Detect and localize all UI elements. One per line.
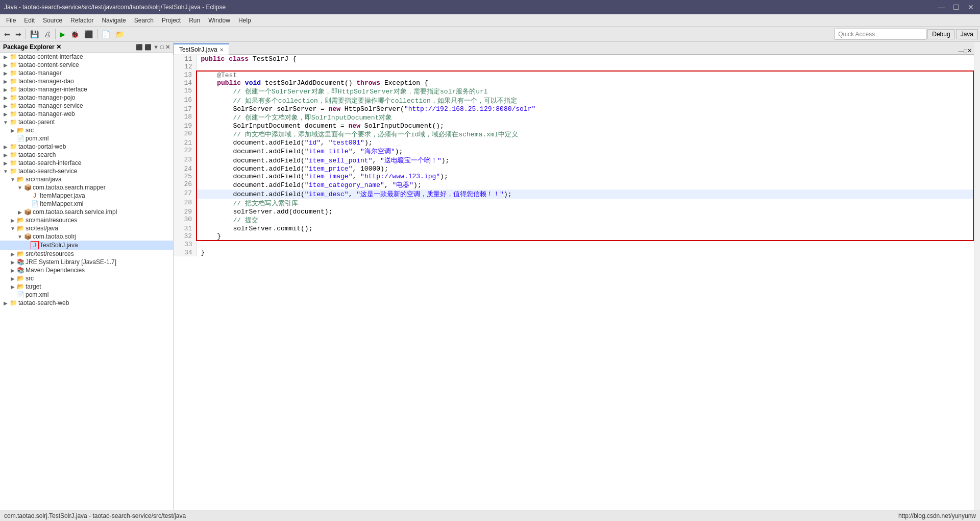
line-content-32[interactable]: }	[197, 232, 973, 241]
line-content-29[interactable]: solrServer.add(document);	[197, 208, 973, 216]
maximize-button[interactable]: ☐	[951, 3, 962, 11]
line-content-22[interactable]: document.addField("item_title", "海尔空调");	[197, 147, 973, 156]
line-content-23[interactable]: document.addField("item_sell_point", "送电…	[197, 156, 973, 165]
line-content-34[interactable]: }	[197, 249, 973, 256]
menu-refactor[interactable]: Refactor	[66, 16, 97, 25]
tree-item-com-taotao-search-service-impl[interactable]: ▶ 📦 com.taotao.search.service.impl	[0, 208, 173, 216]
menu-project[interactable]: Project	[158, 16, 185, 25]
editor-tab-testsolrj[interactable]: TestSolrJ.java ✕	[174, 43, 229, 55]
app-window: Java - taotao-search-service/src/test/ja…	[0, 0, 980, 521]
minimize-button[interactable]: —	[936, 3, 947, 11]
toolbar-print[interactable]: 🖨	[42, 28, 53, 40]
toolbar-debug[interactable]: 🐞	[68, 28, 81, 40]
project-icon: 📁	[9, 69, 17, 77]
tree-item-src-test-resources[interactable]: ▶ 📂 src/test/resources	[0, 250, 173, 258]
menu-source[interactable]: Source	[39, 16, 66, 25]
arrow-icon: ▶	[9, 251, 16, 257]
tree-item-taotao-content-service[interactable]: ▶ 📁 taotao-content-service	[0, 61, 173, 69]
line-content-15[interactable]: // 创建一个SolrServer对象，即HttpSolrServer对象，需要…	[197, 87, 973, 96]
line-content-19[interactable]: SolrInputDocument document = new SolrInp…	[197, 122, 973, 130]
tree-item-taotao-search-service[interactable]: ▼ 📁 taotao-search-service	[0, 167, 173, 175]
tree-item-testsolrj-java[interactable]: J TestSolrJ.java	[0, 241, 173, 250]
line-content-18[interactable]: // 创建一个文档对象，即SolrInputDocument对象	[197, 113, 973, 122]
toolbar-back[interactable]: ⬅	[2, 28, 12, 40]
menu-run[interactable]: Run	[185, 16, 204, 25]
tree-item-taotao-search[interactable]: ▶ 📁 taotao-search	[0, 151, 173, 159]
code-editor[interactable]: 11public class TestSolrJ {12 13 @Test14 …	[174, 55, 974, 510]
tree-item-taotao-manager-service[interactable]: ▶ 📁 taotao-manager-service	[0, 102, 173, 110]
tree-item-src-test-java[interactable]: ▼ 📂 src/test/java	[0, 224, 173, 232]
menu-file[interactable]: File	[2, 16, 20, 25]
toolbar-stop[interactable]: ⬛	[82, 28, 95, 40]
tree-item-itemmapper-java[interactable]: J ItemMapper.java	[0, 192, 173, 200]
line-content-13[interactable]: @Test	[197, 71, 973, 79]
tree-item-com-taotao-solrj[interactable]: ▼ 📦 com.taotao.solrj	[0, 232, 173, 241]
tree-item-taotao-search-web[interactable]: ▶ 📁 taotao-search-web	[0, 299, 173, 307]
minimize-editor-button[interactable]: —	[958, 48, 964, 54]
quick-access-box[interactable]: Quick Access	[835, 29, 926, 40]
tree-item-com-taotao-search-mapper[interactable]: ▼ 📦 com.taotao.search.mapper	[0, 183, 173, 192]
sidebar-header: Package Explorer ✕ ⬛ ⬛ ▼ □ ✕	[0, 42, 173, 53]
tree-item-jre-library[interactable]: ▶ 📚 JRE System Library [JavaSE-1.7]	[0, 258, 173, 266]
menu-window[interactable]: Window	[204, 16, 234, 25]
tree-item-taotao-manager-dao[interactable]: ▶ 📁 taotao-manager-dao	[0, 77, 173, 85]
line-content-16[interactable]: // 如果有多个collection，则需要指定要操作哪个collection，…	[197, 96, 973, 105]
tree-item-target[interactable]: ▶ 📂 target	[0, 282, 173, 291]
debug-perspective-button[interactable]: Debug	[927, 29, 954, 39]
line-content-11[interactable]: public class TestSolrJ {	[197, 55, 973, 63]
tree-item-src-main-resources[interactable]: ▶ 📂 src/main/resources	[0, 216, 173, 224]
tab-close-button[interactable]: ✕	[219, 47, 224, 53]
package-explorer-tree[interactable]: ▶ 📁 taotao-content-interface ▶ 📁 taotao-…	[0, 53, 173, 510]
tree-item-maven-deps[interactable]: ▶ 📚 Maven Dependencies	[0, 266, 173, 274]
tree-item-taotao-parent[interactable]: ▼ 📁 taotao-parent	[0, 118, 173, 126]
tree-item-taotao-manager-pojo[interactable]: ▶ 📁 taotao-manager-pojo	[0, 93, 173, 102]
toolbar-save[interactable]: 💾	[28, 28, 41, 40]
line-content-28[interactable]: // 把文档写入索引库	[197, 199, 973, 208]
code-line-34: 34}	[174, 249, 973, 256]
tree-item-taotao-manager-interface[interactable]: ▶ 📁 taotao-manager-interface	[0, 85, 173, 93]
tree-item-itemmapper-xml[interactable]: 📄 ItemMapper.xml	[0, 200, 173, 208]
arrow-icon: ▶	[2, 111, 9, 117]
tree-item-src2[interactable]: ▶ 📂 src	[0, 274, 173, 282]
maximize-editor-button[interactable]: □	[964, 48, 967, 54]
close-editor-button[interactable]: ✕	[967, 48, 972, 54]
folder-icon: 📂	[16, 127, 24, 134]
line-content-27[interactable]: document.addField("item_desc", "这是一款最新的空…	[197, 190, 973, 199]
line-content-12[interactable]	[197, 63, 973, 71]
toolbar-forward[interactable]: ➡	[13, 28, 23, 40]
tree-item-taotao-content-interface[interactable]: ▶ 📁 taotao-content-interface	[0, 53, 173, 61]
arrow-icon: ▶	[9, 128, 16, 133]
lib-icon: 📚	[16, 267, 24, 274]
toolbar-open-type[interactable]: 📄	[100, 28, 112, 40]
close-button[interactable]: ✕	[966, 3, 976, 11]
tree-item-taotao-search-interface[interactable]: ▶ 📁 taotao-search-interface	[0, 159, 173, 167]
line-content-26[interactable]: document.addField("item_category_name", …	[197, 180, 973, 190]
menu-navigate[interactable]: Navigate	[97, 16, 130, 25]
tree-item-taotao-portal-web[interactable]: ▶ 📁 taotao-portal-web	[0, 143, 173, 151]
line-content-25[interactable]: document.addField("item_image", "http://…	[197, 173, 973, 180]
toolbar-open-resource[interactable]: 📁	[113, 28, 126, 40]
line-content-21[interactable]: document.addField("id", "test001");	[197, 139, 973, 147]
line-content-24[interactable]: document.addField("item_price", 10000);	[197, 165, 973, 173]
line-content-31[interactable]: solrServer.commit();	[197, 225, 973, 232]
tree-item-taotao-manager-web[interactable]: ▶ 📁 taotao-manager-web	[0, 110, 173, 118]
line-content-14[interactable]: public void testSolrJAddDocument() throw…	[197, 79, 973, 87]
menu-edit[interactable]: Edit	[20, 16, 39, 25]
tree-item-taotao-parent-src[interactable]: ▶ 📂 src	[0, 126, 173, 134]
line-number-31: 31	[174, 225, 197, 232]
line-content-33[interactable]	[197, 241, 973, 249]
tree-item-pom-xml[interactable]: 📄 pom.xml	[0, 291, 173, 299]
line-content-30[interactable]: // 提交	[197, 216, 973, 225]
line-content-20[interactable]: // 向文档中添加域，添加域这里面有一个要求，必须有一个id域，域必须在sche…	[197, 130, 973, 139]
java-perspective-button[interactable]: Java	[956, 29, 978, 39]
tab-controls: — □ ✕	[956, 48, 974, 55]
tree-item-taotao-parent-pom[interactable]: 📄 pom.xml	[0, 134, 173, 143]
line-number-27: 27	[174, 190, 197, 199]
tree-item-taotao-manager[interactable]: ▶ 📁 taotao-manager	[0, 69, 173, 77]
toolbar-run[interactable]: ▶	[58, 28, 67, 40]
menu-search[interactable]: Search	[130, 16, 158, 25]
arrow-icon: ▶	[2, 160, 9, 166]
menu-help[interactable]: Help	[234, 16, 255, 25]
tree-item-src-main-java[interactable]: ▼ 📂 src/main/java	[0, 175, 173, 183]
line-content-17[interactable]: SolrServer solrServer = new HttpSolrServ…	[197, 105, 973, 113]
